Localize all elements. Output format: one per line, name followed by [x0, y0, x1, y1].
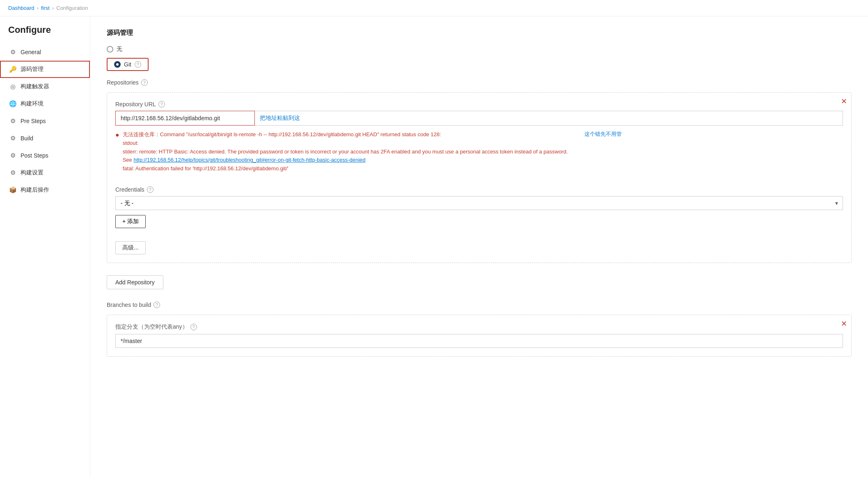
sidebar-label-general: General — [21, 49, 41, 55]
sidebar-label-post-steps: Post Steps — [21, 152, 48, 159]
sidebar-item-general[interactable]: ⚙ General — [0, 43, 90, 61]
branch-input[interactable] — [115, 334, 843, 348]
add-credentials-button[interactable]: + 添加 — [115, 215, 146, 228]
sidebar-label-pre-steps: Pre Steps — [21, 118, 46, 124]
breadcrumb-dashboard[interactable]: Dashboard — [8, 5, 34, 11]
sidebar-label-post-build: 构建后操作 — [21, 186, 49, 194]
sidebar-item-pre-steps[interactable]: ⚙ Pre Steps — [0, 112, 90, 130]
error-link[interactable]: http://192.168.56.12/help/topics/git/tro… — [133, 157, 365, 163]
sidebar-item-build[interactable]: ⚙ Build — [0, 130, 90, 147]
advanced-button[interactable]: 高级... — [115, 241, 146, 254]
credentials-label: Credentials ? — [115, 186, 843, 193]
error-block: ● 无法连接仓库：Command "/usr/local/git/bin/git… — [115, 130, 568, 173]
scm-radio-group: 无 Git ? — [107, 46, 852, 71]
sidebar-item-build-trigger[interactable]: ◎ 构建触发器 — [0, 78, 90, 95]
sidebar-label-build-trigger: 构建触发器 — [21, 83, 49, 90]
branches-section: Branches to build ? ✕ 指定分支（为空时代表any） ? — [107, 302, 852, 357]
repositories-help-icon[interactable]: ? — [141, 79, 148, 86]
repo-url-help-icon[interactable]: ? — [158, 101, 165, 107]
branches-label: Branches to build ? — [107, 302, 852, 308]
gear-icon: ⚙ — [9, 48, 16, 56]
error-line4: See http://192.168.56.12/help/topics/git… — [123, 156, 568, 165]
error-line3: stderr: remote: HTTP Basic: Access denie… — [123, 148, 568, 156]
branches-label-text: Branches to build — [107, 302, 151, 308]
branch-field-help-icon[interactable]: ? — [190, 324, 197, 330]
main-content: 源码管理 无 Git ? Repositories ? ✕ — [90, 16, 868, 477]
sidebar-label-build: Build — [21, 135, 33, 142]
build-settings-icon: ⚙ — [9, 169, 16, 176]
credentials-label-text: Credentials — [115, 186, 144, 193]
breadcrumb: Dashboard › first › Configuration — [0, 0, 868, 16]
git-label: Git — [124, 61, 131, 68]
sidebar-item-post-build[interactable]: 📦 构建后操作 — [0, 181, 90, 199]
none-radio[interactable] — [107, 46, 113, 53]
git-help-icon[interactable]: ? — [135, 61, 141, 68]
sidebar-item-build-settings[interactable]: ⚙ 构建设置 — [0, 164, 90, 181]
sidebar: Configure ⚙ General 🔑 源码管理 ◎ 构建触发器 🌐 构建环… — [0, 16, 90, 477]
sidebar-label-source-mgmt: 源码管理 — [21, 66, 44, 73]
sidebar-item-post-steps[interactable]: ⚙ Post Steps — [0, 147, 90, 164]
credentials-section: Credentials ? - 无 - + 添加 — [115, 186, 843, 228]
error-see-text: See — [123, 157, 134, 163]
breadcrumb-sep2: › — [52, 5, 54, 11]
pre-steps-icon: ⚙ — [9, 117, 16, 125]
error-line5: fatal: Authentication failed for 'http:/… — [123, 165, 568, 173]
sidebar-item-source-mgmt[interactable]: 🔑 源码管理 — [0, 61, 90, 78]
post-build-icon: 📦 — [9, 186, 16, 194]
repo-close-button[interactable]: ✕ — [841, 97, 847, 106]
url-paste-hint: 把地址粘贴到这 — [255, 111, 843, 126]
repo-url-input[interactable] — [115, 111, 255, 126]
credentials-help-icon[interactable]: ? — [147, 186, 153, 193]
none-option[interactable]: 无 — [107, 46, 852, 53]
git-option-box[interactable]: Git ? — [107, 58, 149, 71]
annotation-text: 这个错先不用管 — [584, 130, 622, 138]
sidebar-label-build-env: 构建环境 — [21, 100, 44, 107]
error-text-content: 无法连接仓库：Command "/usr/local/git/bin/git l… — [123, 130, 568, 173]
branch-field-label-text: 指定分支（为空时代表any） — [115, 323, 188, 331]
repositories-label: Repositories ? — [107, 79, 852, 86]
git-option[interactable]: Git ? — [107, 58, 852, 71]
post-steps-icon: ⚙ — [9, 152, 16, 159]
none-label: 无 — [117, 46, 122, 53]
sidebar-label-build-settings: 构建设置 — [21, 169, 44, 176]
credentials-select[interactable]: - 无 - — [115, 196, 843, 210]
branch-field-label: 指定分支（为空时代表any） ? — [115, 323, 843, 331]
repo-url-field-label: Repository URL ? — [115, 101, 843, 107]
trigger-icon: ◎ — [9, 83, 16, 90]
key-icon: 🔑 — [9, 66, 16, 73]
env-icon: 🌐 — [9, 100, 16, 107]
url-input-row: 把地址粘贴到这 — [115, 111, 843, 126]
branches-help-icon[interactable]: ? — [153, 302, 160, 308]
error-circle-icon: ● — [115, 131, 119, 139]
add-repository-button[interactable]: Add Repository — [107, 275, 163, 289]
breadcrumb-sep1: › — [37, 5, 39, 11]
repositories-text: Repositories — [107, 79, 139, 86]
main-layout: Configure ⚙ General 🔑 源码管理 ◎ 构建触发器 🌐 构建环… — [0, 16, 868, 477]
credentials-select-wrapper: - 无 - — [115, 196, 843, 210]
error-line2: stdout: — [123, 139, 568, 148]
git-radio[interactable] — [114, 61, 121, 68]
sidebar-item-build-env[interactable]: 🌐 构建环境 — [0, 95, 90, 112]
section-title: 源码管理 — [107, 29, 852, 37]
breadcrumb-config: Configuration — [56, 5, 88, 11]
repo-url-label-text: Repository URL — [115, 101, 156, 107]
branch-close-button[interactable]: ✕ — [841, 319, 847, 328]
page-title: Configure — [0, 25, 90, 43]
repository-card: ✕ Repository URL ? 把地址粘贴到这 ● 无法连接仓库：Comm… — [107, 92, 852, 263]
build-icon: ⚙ — [9, 135, 16, 142]
breadcrumb-first[interactable]: first — [41, 5, 50, 11]
branch-card: ✕ 指定分支（为空时代表any） ? — [107, 315, 852, 357]
error-line1: 无法连接仓库：Command "/usr/local/git/bin/git l… — [123, 130, 568, 139]
